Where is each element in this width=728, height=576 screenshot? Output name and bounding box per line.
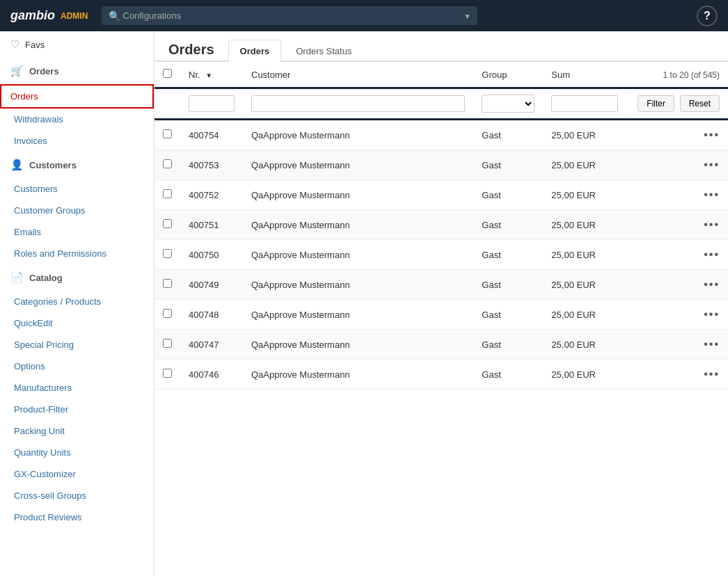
row-customer: QaApprove Mustermann	[243, 210, 473, 240]
row-group: Gast	[473, 180, 543, 210]
row-checkbox[interactable]	[163, 189, 172, 198]
row-checkbox[interactable]	[163, 159, 172, 168]
search-container: 🔍 ▼	[102, 6, 477, 25]
row-sum: 25,00 EUR	[543, 240, 626, 270]
row-actions-menu[interactable]: •••	[704, 218, 720, 230]
row-actions-menu[interactable]: •••	[704, 189, 720, 200]
row-sum: 25,00 EUR	[543, 330, 626, 360]
row-checkbox-cell	[155, 150, 180, 180]
table-row: 400748 QaApprove Mustermann Gast 25,00 E…	[155, 300, 728, 330]
sidebar-customers-section-label: Customers	[29, 160, 77, 170]
sidebar-item-favs[interactable]: ♡ Favs	[0, 31, 154, 58]
sidebar-item-special-pricing[interactable]: Special Pricing	[0, 334, 154, 355]
tab-orders[interactable]: Orders	[228, 40, 282, 62]
sidebar-item-manufacturers[interactable]: Manufacturers	[0, 377, 154, 399]
th-customer: Customer	[243, 62, 473, 88]
sidebar-special-pricing-label: Special Pricing	[14, 339, 74, 350]
sidebar-item-cross-sell-groups[interactable]: Cross-sell Groups	[0, 485, 154, 506]
sidebar-item-withdrawals[interactable]: Withdrawals	[0, 109, 154, 130]
tab-orders-status[interactable]: Orders Status	[284, 40, 363, 62]
row-actions-menu[interactable]: •••	[704, 159, 720, 170]
filter-actions-cell: Filter Reset	[626, 88, 728, 120]
row-checkbox[interactable]	[163, 279, 172, 288]
row-actions-menu[interactable]: •••	[704, 248, 720, 260]
row-nr: 400751	[180, 210, 243, 240]
table-row: 400747 QaApprove Mustermann Gast 25,00 E…	[155, 330, 728, 360]
row-group: Gast	[473, 120, 543, 150]
table-row: 400752 QaApprove Mustermann Gast 25,00 E…	[155, 180, 728, 210]
layout: ♡ Favs 🛒 Orders Orders Withdrawals Invoi…	[0, 31, 728, 576]
sidebar-item-packing-unit[interactable]: Packing Unit	[0, 420, 154, 442]
help-button[interactable]: ?	[697, 6, 718, 26]
row-checkbox[interactable]	[163, 129, 172, 138]
search-dropdown-arrow[interactable]: ▼	[464, 12, 470, 19]
th-group-label: Group	[482, 70, 507, 80]
sidebar-manufacturers-label: Manufacturers	[14, 383, 72, 393]
sidebar-item-orders-active[interactable]: Orders	[0, 84, 154, 109]
row-sum: 25,00 EUR	[543, 300, 626, 330]
row-checkbox-cell	[155, 270, 180, 300]
cart-icon: 🛒	[10, 65, 24, 77]
row-checkbox[interactable]	[163, 309, 172, 318]
row-actions-menu[interactable]: •••	[704, 129, 720, 141]
sidebar-options-label: Options	[14, 361, 45, 371]
sidebar-item-roles-permissions[interactable]: Roles and Permissions	[0, 243, 154, 264]
sidebar-product-reviews-label: Product Reviews	[14, 512, 82, 522]
table-row: 400753 QaApprove Mustermann Gast 25,00 E…	[155, 150, 728, 180]
th-sum: Sum	[543, 62, 626, 88]
row-group: Gast	[473, 300, 543, 330]
row-checkbox[interactable]	[163, 219, 172, 228]
sidebar-item-options[interactable]: Options	[0, 355, 154, 377]
th-nr-label: Nr.	[189, 70, 200, 80]
row-checkbox[interactable]	[163, 339, 172, 348]
filter-sum-input[interactable]	[551, 95, 618, 112]
th-nr[interactable]: Nr. ▼	[180, 62, 243, 88]
sidebar-product-filter-label: Product-Filter	[14, 404, 68, 415]
row-group: Gast	[473, 210, 543, 240]
sidebar-section-catalog[interactable]: 📄 Catalog	[0, 264, 154, 291]
tab-bar: Orders Orders Orders Status	[155, 31, 728, 62]
search-input[interactable]	[102, 6, 477, 25]
row-checkbox-cell	[155, 300, 180, 330]
reset-button[interactable]: Reset	[680, 95, 720, 112]
sidebar-section-orders[interactable]: 🛒 Orders	[0, 58, 154, 84]
sidebar-item-invoices[interactable]: Invoices	[0, 130, 154, 152]
row-actions-menu[interactable]: •••	[704, 338, 720, 350]
sidebar-cross-sell-groups-label: Cross-sell Groups	[14, 490, 86, 501]
filter-group-cell	[473, 88, 543, 120]
sidebar-customer-groups-label: Customer Groups	[14, 205, 86, 216]
sidebar-emails-label: Emails	[14, 227, 41, 237]
row-nr: 400749	[180, 270, 243, 300]
row-actions-menu[interactable]: •••	[704, 308, 720, 320]
row-nr: 400754	[180, 120, 243, 150]
th-group: Group	[473, 62, 543, 88]
sidebar-item-product-reviews[interactable]: Product Reviews	[0, 506, 154, 528]
sidebar-item-customers[interactable]: Customers	[0, 178, 154, 200]
select-all-checkbox[interactable]	[163, 69, 172, 78]
admin-label: ADMIN	[61, 11, 88, 21]
sidebar-item-product-filter[interactable]: Product-Filter	[0, 399, 154, 420]
row-actions: •••	[626, 210, 728, 240]
filter-nr-input[interactable]	[189, 95, 235, 112]
row-group: Gast	[473, 270, 543, 300]
row-checkbox[interactable]	[163, 249, 172, 258]
table-row: 400750 QaApprove Mustermann Gast 25,00 E…	[155, 240, 728, 270]
filter-button[interactable]: Filter	[638, 95, 674, 112]
sidebar-item-gx-customizer[interactable]: GX-Customizer	[0, 463, 154, 485]
sidebar-item-categories-products[interactable]: Categories / Products	[0, 291, 154, 312]
sidebar-item-quantity-units[interactable]: Quantity Units	[0, 442, 154, 463]
sidebar-withdrawals-label: Withdrawals	[14, 114, 63, 125]
heart-icon: ♡	[10, 38, 19, 51]
sidebar-item-customer-groups[interactable]: Customer Groups	[0, 200, 154, 221]
row-actions-menu[interactable]: •••	[704, 368, 720, 380]
th-customer-label: Customer	[251, 70, 290, 80]
page-title: Orders	[168, 42, 214, 58]
filter-group-select[interactable]	[482, 95, 535, 113]
sidebar-section-customers[interactable]: 👤 Customers	[0, 152, 154, 178]
sidebar-item-emails[interactable]: Emails	[0, 221, 154, 243]
row-actions-menu[interactable]: •••	[704, 278, 720, 290]
sidebar-item-quickedit[interactable]: QuickEdit	[0, 312, 154, 334]
row-checkbox[interactable]	[163, 369, 172, 378]
row-actions: •••	[626, 120, 728, 150]
filter-customer-input[interactable]	[251, 95, 465, 112]
